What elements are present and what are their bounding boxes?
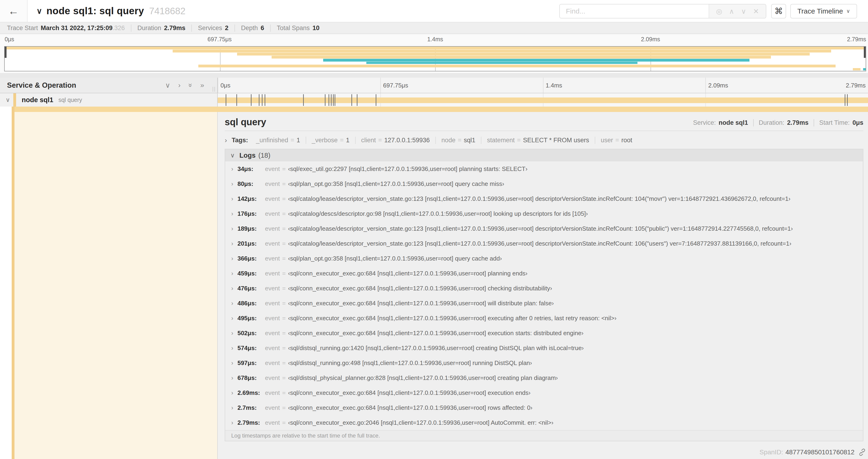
find-controls: ◎ ∧ ∨ ✕ (709, 4, 766, 18)
expand-collapse-controls: ∨ › » » (165, 81, 204, 89)
log-value: ‹sql/conn_executor_exec.go:684 [nsql1,cl… (288, 270, 527, 277)
link-icon[interactable] (858, 448, 866, 456)
log-row[interactable]: › 2.79ms: event = ‹sql/conn_executor_exe… (225, 415, 863, 430)
logs-list: › 34μs: event = ‹sql/exec_util.go:2297 [… (225, 161, 863, 430)
log-expand-icon[interactable]: › (231, 165, 233, 173)
log-key: event (265, 345, 280, 352)
service-operation-title: Service & Operation (7, 81, 165, 90)
log-value: ‹sql/catalog/lease/descriptor_version_st… (288, 225, 793, 232)
log-key: event (265, 359, 280, 367)
expand-all-icon[interactable]: » (200, 81, 204, 89)
log-expand-icon[interactable]: › (231, 359, 233, 367)
tags-expand-icon[interactable]: › (225, 136, 227, 144)
tags-row[interactable]: › Tags: _unfinished = 1 _verbose = 1 cli… (225, 133, 863, 147)
log-expand-icon[interactable]: › (231, 270, 233, 277)
collapse-one-icon[interactable]: ∨ (165, 81, 170, 89)
log-value: ‹sql/conn_executor_exec.go:684 [nsql1,cl… (288, 300, 554, 307)
log-row[interactable]: › 34μs: event = ‹sql/exec_util.go:2297 [… (225, 161, 863, 176)
log-tick (265, 94, 265, 106)
trace-summary-bar: Trace Start March 31 2022, 17:25:09 .326… (0, 22, 868, 34)
log-row[interactable]: › 597μs: event = ‹sql/distsql_running.go… (225, 355, 863, 370)
span-row-name-cell[interactable]: ∨ node sql1 sql query (0, 93, 218, 107)
crosshair-icon[interactable]: ◎ (716, 7, 722, 15)
log-expand-icon[interactable]: › (231, 210, 233, 217)
log-expand-icon[interactable]: › (231, 404, 233, 412)
ruler-label-4: 2.79ms (846, 82, 866, 89)
log-expand-icon[interactable]: › (231, 195, 233, 202)
log-tick (329, 94, 329, 106)
log-expand-icon[interactable]: › (231, 374, 233, 382)
log-row[interactable]: › 176μs: event = ‹sql/catalog/descs/desc… (225, 206, 863, 221)
log-row[interactable]: › 678μs: event = ‹sql/distsql_physical_p… (225, 370, 863, 385)
log-expand-icon[interactable]: › (231, 330, 233, 337)
log-expand-icon[interactable]: › (231, 419, 233, 426)
detail-title-row: sql query Service: node sql1 Duration: 2… (225, 112, 863, 131)
log-row[interactable]: › 2.69ms: event = ‹sql/conn_executor_exe… (225, 385, 863, 400)
log-tick (262, 94, 262, 106)
log-row[interactable]: › 459μs: event = ‹sql/conn_executor_exec… (225, 266, 863, 281)
ruler-column-divider (218, 78, 218, 93)
log-expand-icon[interactable]: › (231, 315, 233, 322)
log-row[interactable]: › 142μs: event = ‹sql/catalog/lease/desc… (225, 191, 863, 206)
log-row[interactable]: › 2.7ms: event = ‹sql/conn_executor_exec… (225, 400, 863, 415)
tags-list: _unfinished = 1 _verbose = 1 client = 12… (250, 137, 638, 144)
spacer-band (0, 73, 868, 78)
log-expand-icon[interactable]: › (231, 300, 233, 307)
span-id-label: SpanID: (760, 449, 783, 456)
collapse-all-icon[interactable]: » (186, 83, 194, 87)
log-timestamp: 189μs: (238, 225, 265, 232)
span-row: ∨ node sql1 sql query (0, 93, 868, 107)
log-value: ‹sql/catalog/descs/descriptor.go:98 [nsq… (288, 210, 588, 217)
summary-total-spans: Total Spans 10 (271, 25, 326, 32)
span-collapse-icon[interactable]: ∨ (6, 96, 10, 104)
keyboard-shortcuts-button[interactable]: ⌘ (771, 4, 786, 19)
log-row[interactable]: › 80μs: event = ‹sql/plan_opt.go:358 [ns… (225, 176, 863, 191)
find-input[interactable] (560, 4, 709, 18)
log-expand-icon[interactable]: › (231, 180, 233, 188)
log-row[interactable]: › 495μs: event = ‹sql/conn_executor_exec… (225, 311, 863, 326)
summary-trace-start: Trace Start March 31 2022, 17:25:09 .326 (7, 25, 131, 32)
log-expand-icon[interactable]: › (231, 389, 233, 396)
span-detail-section: sql query Service: node sql1 Duration: 2… (0, 107, 868, 459)
back-button[interactable]: ← (0, 0, 28, 22)
span-row-timeline[interactable] (218, 93, 868, 107)
detail-left-gutter (0, 107, 12, 459)
log-row[interactable]: › 476μs: event = ‹sql/conn_executor_exec… (225, 281, 863, 296)
next-result-icon[interactable]: ∨ (741, 7, 746, 15)
log-timestamp: 502μs: (238, 330, 265, 337)
summary-duration: Duration 2.79ms (131, 25, 192, 32)
expand-one-icon[interactable]: › (178, 81, 181, 89)
log-expand-icon[interactable]: › (231, 285, 233, 292)
minimap-left-scrubber[interactable] (5, 47, 6, 58)
collapse-trace-icon[interactable]: ∨ (36, 6, 42, 15)
log-timestamp: 176μs: (238, 210, 265, 217)
span-id-row: SpanID: 4877749850101760812 (760, 448, 866, 456)
log-row[interactable]: › 189μs: event = ‹sql/catalog/lease/desc… (225, 221, 863, 236)
column-resize-grip[interactable]: || (212, 86, 216, 92)
timeline-ruler-header: 0μs 697.75μs 1.4ms 2.09ms 2.79ms (218, 78, 868, 93)
span-duration-bar[interactable] (218, 97, 868, 103)
minimap-span-bar (173, 50, 831, 53)
minimap-right-scrubber[interactable] (864, 47, 866, 58)
log-row[interactable]: › 486μs: event = ‹sql/conn_executor_exec… (225, 296, 863, 311)
minimap-span-bar (863, 68, 866, 70)
log-expand-icon[interactable]: › (231, 255, 233, 262)
log-expand-icon[interactable]: › (231, 225, 233, 232)
log-expand-icon[interactable]: › (231, 240, 233, 247)
tag-item: statement = SELECT * FROM users (482, 137, 595, 144)
log-timestamp: 2.79ms: (238, 419, 265, 426)
log-timestamp: 597μs: (238, 359, 265, 367)
log-row[interactable]: › 201μs: event = ‹sql/catalog/lease/desc… (225, 236, 863, 251)
minimap-canvas[interactable] (4, 46, 866, 71)
clear-search-icon[interactable]: ✕ (753, 7, 759, 15)
log-row[interactable]: › 574μs: event = ‹sql/distsql_running.go… (225, 340, 863, 355)
log-expand-icon[interactable]: › (231, 345, 233, 352)
trace-timeline-button[interactable]: Trace Timeline ∨ (790, 4, 857, 19)
log-row[interactable]: › 366μs: event = ‹sql/plan_opt.go:358 [n… (225, 251, 863, 266)
prev-result-icon[interactable]: ∧ (729, 7, 734, 15)
tags-label: Tags: (232, 137, 248, 144)
minimap-span-bar (237, 53, 810, 56)
log-row[interactable]: › 502μs: event = ‹sql/conn_executor_exec… (225, 326, 863, 340)
logs-header[interactable]: ∨ Logs (18) (225, 149, 863, 161)
minimap-span-bar (198, 65, 836, 67)
